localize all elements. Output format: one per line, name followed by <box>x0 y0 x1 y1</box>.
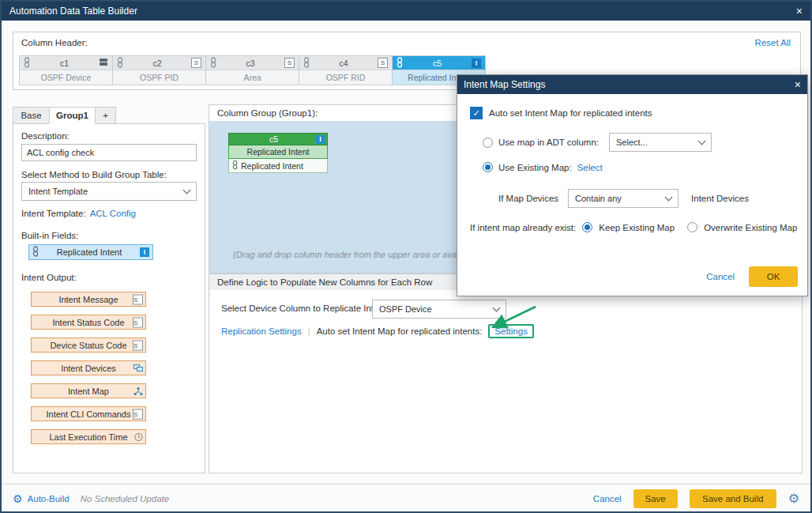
column-id: c5 <box>403 58 472 68</box>
column-c2[interactable]: c2 S OSPF PID <box>112 55 206 85</box>
overwrite-existing-map-label: Overwrite Existing Map <box>704 223 797 232</box>
map-devices-match-select[interactable]: Contain any <box>568 189 679 208</box>
chevron-down-icon <box>665 194 673 202</box>
divider: | <box>308 326 310 336</box>
column-group-title: Column Group (Group1): <box>217 108 318 118</box>
save-button[interactable]: Save <box>633 489 678 508</box>
window-close-icon[interactable]: × <box>796 5 803 17</box>
intent-output-item-label: Intent Devices <box>61 364 116 373</box>
drag-handle-icon <box>210 57 216 70</box>
drag-handle-icon <box>397 57 403 70</box>
string-type-icon: S <box>191 58 201 68</box>
if-map-devices-row: If Map Devices Contain any Intent Device… <box>498 189 749 208</box>
devices-icon <box>133 364 143 372</box>
build-method-select[interactable]: Intent Template <box>21 182 197 201</box>
use-adt-column-label: Use map in ADT column: <box>498 138 599 147</box>
column-name: Area <box>206 70 299 85</box>
device-column-select[interactable]: OSPF Device <box>372 300 506 319</box>
group-column-cell-label: Replicated Intent <box>241 161 303 171</box>
use-adt-column-radio[interactable] <box>483 138 493 148</box>
intent-output-intent-cli-commands[interactable]: Intent CLI Commands S <box>31 406 146 421</box>
column-name: OSPF PID <box>113 70 205 85</box>
auto-build-link[interactable]: Auto-Build <box>28 494 70 504</box>
save-and-build-button[interactable]: Save and Build <box>690 489 776 508</box>
column-c3[interactable]: c3 S Area <box>205 55 299 85</box>
intent-output-intent-devices[interactable]: Intent Devices <box>31 360 146 375</box>
column-id: c4 <box>310 58 378 68</box>
intent-output-item-label: Intent CLI Commands <box>47 409 131 419</box>
settings-highlight-box: Settings <box>488 324 534 338</box>
keep-existing-map-radio-selected[interactable] <box>582 222 592 232</box>
adt-column-select-value: Select... <box>616 138 648 147</box>
intent-output-item-label: Last Execution Time <box>49 432 127 442</box>
automation-data-table-builder-window: Automation Data Table Builder × Column H… <box>0 0 812 513</box>
dialog-footer: Cancel OK <box>706 266 798 287</box>
map-icon <box>133 387 143 395</box>
if-map-devices-label: If Map Devices <box>498 194 558 203</box>
group-column-id: c5 <box>231 134 316 144</box>
replication-settings-link[interactable]: Replication Settings <box>221 326 302 336</box>
overwrite-existing-map-radio[interactable] <box>687 222 697 232</box>
footer-cancel-link[interactable]: Cancel <box>593 494 622 504</box>
string-type-icon: S <box>133 317 143 327</box>
auto-build-gear-icon: ⚙ <box>13 493 23 504</box>
string-type-icon: S <box>133 409 143 419</box>
settings-gear-icon[interactable]: ⚙ <box>788 492 799 505</box>
window-title: Automation Data Table Builder <box>9 6 137 17</box>
built-in-fields-label: Built-in Fields: <box>21 231 78 240</box>
column-c1[interactable]: c1 OSPF Device <box>19 55 113 85</box>
tab-base[interactable]: Base <box>13 107 50 124</box>
tab-base-label: Base <box>21 111 41 120</box>
build-method-value: Intent Template <box>28 187 88 196</box>
tab-add[interactable]: + <box>95 107 116 124</box>
built-in-field-replicated-intent[interactable]: Replicated Intent I <box>28 244 153 260</box>
dialog-title: Intent Map Settings <box>464 79 545 90</box>
auto-set-checkbox-row: ✓ Auto set Intent Map for replicated int… <box>470 107 652 119</box>
device-column-label: Select Device Column to Replicate Intent… <box>221 304 389 313</box>
string-type-icon: S <box>133 294 143 304</box>
chevron-down-icon <box>183 187 191 194</box>
group-column-c5[interactable]: c5 I Replicated Intent Replicated Intent <box>228 133 328 173</box>
intent-output-intent-status-code[interactable]: Intent Status Code S <box>31 315 146 330</box>
chevron-down-icon <box>493 304 501 312</box>
reset-all-link[interactable]: Reset All <box>755 38 791 47</box>
group-column-cell[interactable]: Replicated Intent <box>228 159 328 173</box>
dialog-ok-label: OK <box>767 272 780 281</box>
intent-devices-label: Intent Devices <box>691 194 749 203</box>
adt-column-select[interactable]: Select... <box>609 133 712 152</box>
auto-set-checkbox-checked[interactable]: ✓ <box>470 107 483 119</box>
intent-output-item-label: Intent Message <box>58 295 118 304</box>
use-existing-map-radio-selected[interactable] <box>483 162 493 172</box>
footer-bar: ⚙ Auto-Build No Scheduled Update Cancel … <box>2 484 810 512</box>
column-id: c3 <box>216 58 284 68</box>
intent-output-intent-map[interactable]: Intent Map <box>31 383 146 398</box>
dialog-close-icon[interactable]: × <box>795 78 801 91</box>
intent-output-item-label: Device Status Code <box>50 341 126 350</box>
save-and-build-label: Save and Build <box>702 494 763 504</box>
intent-template-link[interactable]: ACL Config <box>90 209 136 218</box>
existing-map-select-link[interactable]: Select <box>577 163 603 172</box>
device-type-icon <box>99 58 108 68</box>
column-c4[interactable]: c4 S OSPF RID <box>299 55 393 85</box>
dialog-ok-button[interactable]: OK <box>749 266 798 287</box>
string-type-icon: S <box>284 58 295 68</box>
tab-group1[interactable]: Group1 <box>49 107 96 124</box>
intent-output-last-execution-time[interactable]: Last Execution Time <box>31 429 146 444</box>
intent-map-settings-dialog: Intent Map Settings × ✓ Auto set Intent … <box>457 74 808 296</box>
drag-handle-icon <box>303 57 310 70</box>
define-logic-title: Define Logic to Populate New Columns for… <box>217 277 432 287</box>
intent-type-icon: I <box>316 135 325 144</box>
intent-output-device-status-code[interactable]: Device Status Code S <box>31 338 146 353</box>
intent-output-intent-message[interactable]: Intent Message S <box>31 292 146 307</box>
group-settings-panel: Description: Select Method to Build Grou… <box>13 123 205 473</box>
settings-link[interactable]: Settings <box>494 326 528 336</box>
drag-handle-icon <box>24 57 30 70</box>
description-input[interactable] <box>21 144 197 161</box>
string-type-icon: S <box>133 340 143 350</box>
replication-settings-row: Replication Settings | Auto set Intent M… <box>221 322 534 341</box>
auto-build-group: ⚙ Auto-Build No Scheduled Update <box>13 485 169 512</box>
dialog-cancel-link[interactable]: Cancel <box>706 272 735 281</box>
group-column-subheader: Replicated Intent <box>228 145 328 159</box>
column-header-label: Column Header: <box>21 38 88 47</box>
intent-type-icon: I <box>140 247 149 257</box>
